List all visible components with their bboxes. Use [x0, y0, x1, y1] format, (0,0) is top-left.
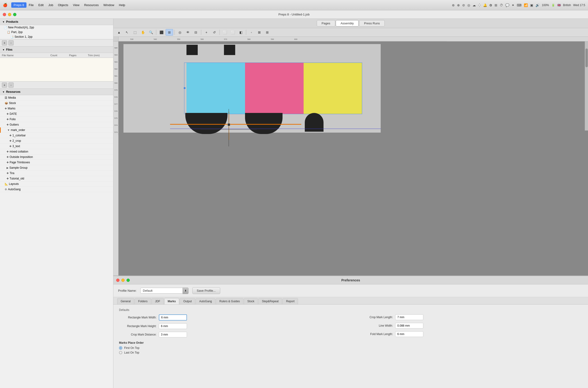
part-item[interactable]: 📋 Part, 2pp [0, 30, 113, 34]
resource-tutorial-old[interactable]: ✚ Tutorial_old [0, 176, 113, 181]
resource-2crop[interactable]: ✚ 2_crop [0, 138, 113, 144]
products-header[interactable]: ▼ Products [0, 19, 113, 25]
tool-select-arrow[interactable]: ▲ [115, 29, 123, 36]
save-profile-button[interactable]: Save Profile... [192, 287, 220, 294]
files-remove-btn[interactable]: - [8, 82, 14, 88]
prefs-tab-folders[interactable]: Folders [135, 298, 151, 304]
section-item[interactable]: 📑 Section 1, 2pp [0, 34, 113, 39]
products-add-btn[interactable]: + [2, 40, 7, 46]
radio-first-label: First On Top [124, 346, 139, 350]
menubar-help[interactable]: Help [117, 2, 128, 8]
resource-layouts[interactable]: 📐 Layouts [0, 181, 113, 187]
apple-menu[interactable]: 🍎 [3, 3, 7, 7]
svg-text:583: 583 [114, 61, 118, 63]
resource-marks[interactable]: ✚ Marks [0, 106, 113, 111]
tool-zoom[interactable]: 🔍 [147, 29, 155, 36]
tool-grid[interactable]: ⊞ [166, 29, 173, 36]
svg-text:550: 550 [177, 38, 180, 40]
menubar-file[interactable]: File [26, 2, 36, 8]
resource-folio[interactable]: ✚ Folio [0, 117, 113, 122]
resource-3text[interactable]: ✚ 3_text [0, 144, 113, 149]
prefs-tab-autogang[interactable]: AutoGang [196, 298, 215, 304]
minimize-button[interactable] [8, 13, 11, 16]
tool-measure[interactable]: ⊟ [192, 29, 200, 36]
menubar-preps[interactable]: Preps 8 [11, 2, 26, 8]
prefs-tab-rulers[interactable]: Rulers & Guides [216, 298, 243, 304]
radio-last-on-top[interactable]: Last On Top [119, 351, 582, 354]
tool-crosshair[interactable]: + [203, 29, 210, 36]
menubar-job[interactable]: Job [46, 2, 55, 8]
tool-layout1[interactable]: ⬜ [221, 29, 229, 36]
tool-align[interactable]: ⊠ [256, 29, 263, 36]
radio-last-circle[interactable] [119, 351, 122, 354]
files-header[interactable]: ▼ Files [0, 47, 113, 53]
menubar-icon-display: ▣ [530, 3, 533, 7]
tool-layout2[interactable]: ⬜ [229, 29, 236, 36]
resource-gutters[interactable]: ✚ Gutters [0, 122, 113, 127]
profile-select-arrow[interactable]: ⬇ [183, 288, 188, 294]
radio-first-circle[interactable] [119, 346, 122, 350]
rect-mark-width-input[interactable] [159, 315, 187, 320]
resource-autogang[interactable]: ⚙ AutoGang [0, 187, 113, 192]
tool-box[interactable]: ⬛ [158, 29, 165, 36]
scroll-v[interactable] [585, 42, 588, 130]
menubar-objects[interactable]: Objects [55, 2, 71, 8]
resource-sample-group[interactable]: ▶ Sample Group [0, 165, 113, 170]
resource-tira[interactable]: ✚ Tira [0, 170, 113, 176]
resource-outside-imposition[interactable]: ✚ Outside Imposition [0, 154, 113, 160]
prefs-tab-jdf[interactable]: JDF [152, 298, 164, 304]
prefs-close-btn[interactable] [116, 279, 119, 282]
profile-select-value[interactable]: Default [140, 288, 183, 293]
radio-first-on-top[interactable]: First On Top [119, 346, 582, 350]
tool-pan[interactable]: ✋ [139, 29, 147, 36]
crop-mark-length-input[interactable] [395, 315, 423, 320]
close-button[interactable] [3, 13, 6, 16]
tool-distribute[interactable]: ⊞ [263, 29, 271, 36]
tab-press-runs[interactable]: Press Runs [359, 20, 385, 26]
tab-pages[interactable]: Pages [317, 20, 335, 26]
menubar-view[interactable]: View [71, 2, 82, 8]
line-width-input[interactable] [395, 323, 423, 328]
maximize-button[interactable] [13, 13, 16, 16]
prefs-tab-marks[interactable]: Marks [164, 298, 179, 304]
prefs-minimize-btn[interactable] [121, 279, 125, 282]
crosshair-vert [229, 109, 229, 146]
prefs-tab-report[interactable]: Report [282, 298, 298, 304]
prefs-tab-stock[interactable]: Stock [244, 298, 258, 304]
resource-1colorbar[interactable]: ✚ 1_colorbar [0, 133, 113, 138]
resource-date[interactable]: ✚ DATE [0, 111, 113, 117]
tool-preview[interactable]: ◎ [176, 29, 184, 36]
resources-header[interactable]: ▼ Resources [0, 89, 113, 95]
resource-mark-order[interactable]: ▼ mark_order [0, 127, 113, 133]
resource-autogang-label: AutoGang [8, 188, 21, 191]
color-block-magenta [245, 63, 304, 114]
resource-media[interactable]: 🖼 Media [0, 95, 113, 100]
crop-mark-distance-input[interactable] [159, 332, 187, 337]
rect-mark-height-input[interactable] [159, 323, 187, 329]
fold-mark-length-input[interactable] [395, 331, 423, 337]
prefs-zoom-btn[interactable] [126, 279, 130, 282]
prefs-tab-output[interactable]: Output [180, 298, 195, 304]
prefs-tab-step-repeat[interactable]: Step&Repeat [259, 298, 282, 304]
prefs-tab-general[interactable]: General [117, 298, 134, 304]
tool-layout3[interactable]: ◧ [237, 29, 245, 36]
resource-stock[interactable]: 📦 Stock [0, 100, 113, 106]
files-add-btn[interactable]: + [2, 82, 7, 88]
menubar-window[interactable]: Window [101, 2, 117, 8]
tool-rect-select[interactable]: ⬚ [131, 29, 139, 36]
resource-mixed-collation[interactable]: ✚ mixed collation [0, 149, 113, 154]
tool-show-hide[interactable]: 👁 [184, 29, 192, 36]
scroll-thumb[interactable] [586, 48, 588, 67]
products-remove-btn[interactable]: - [8, 40, 14, 46]
svg-text:576: 576 [114, 110, 118, 112]
product-item[interactable]: 📄 New Product(A), 2pp [0, 25, 113, 30]
canvas-content[interactable] [118, 42, 588, 276]
menubar-resources[interactable]: Resources [82, 2, 101, 8]
rect-mark-height-row: Rectangle Mark Height: [119, 323, 346, 329]
tool-rotate[interactable]: ↺ [211, 29, 218, 36]
tool-select[interactable]: ↖ [123, 29, 131, 36]
resource-page-trimboxes[interactable]: ✚ Page Trimboxes [0, 160, 113, 165]
tool-snap[interactable]: ◦ [248, 29, 255, 36]
tab-assembly[interactable]: Assembly [336, 20, 359, 26]
menubar-edit[interactable]: Edit [36, 2, 46, 8]
